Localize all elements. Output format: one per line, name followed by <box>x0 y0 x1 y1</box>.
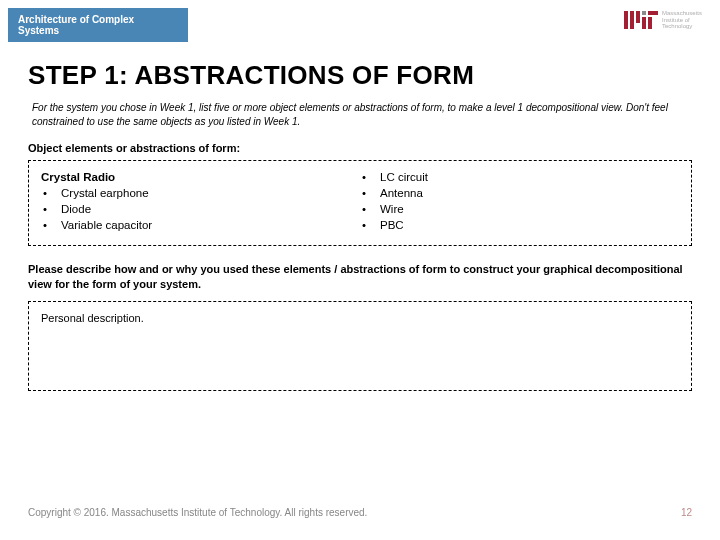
list-item: • Variable capacitor <box>41 219 360 231</box>
bullet-icon: • <box>41 187 61 199</box>
svg-rect-1 <box>630 11 634 29</box>
svg-rect-5 <box>648 11 658 15</box>
elements-left-column: Crystal Radio • Crystal earphone • Diode… <box>41 171 360 235</box>
instruction-text: For the system you chose in Week 1, list… <box>28 101 692 128</box>
elements-box: Crystal Radio • Crystal earphone • Diode… <box>28 160 692 246</box>
system-name: Crystal Radio <box>41 171 360 183</box>
svg-rect-0 <box>624 11 628 29</box>
svg-rect-3 <box>642 17 646 29</box>
list-item: • PBC <box>360 219 679 231</box>
elements-right-column: • LC circuit • Antenna • Wire • PBC <box>360 171 679 235</box>
bullet-icon: • <box>41 219 61 231</box>
describe-prompt: Please describe how and or why you used … <box>28 262 692 293</box>
description-box[interactable]: Personal description. <box>28 301 692 391</box>
course-title: Architecture of Complex Systems <box>18 14 134 36</box>
bullet-icon: • <box>360 219 380 231</box>
svg-rect-2 <box>636 11 640 23</box>
slide-footer: Copyright © 2016. Massachusetts Institut… <box>28 507 692 518</box>
list-item: • Wire <box>360 203 679 215</box>
course-title-bar: Architecture of Complex Systems <box>8 8 188 42</box>
svg-rect-4 <box>642 11 646 15</box>
slide-content: STEP 1: ABSTRACTIONS OF FORM For the sys… <box>28 60 692 407</box>
copyright-text: Copyright © 2016. Massachusetts Institut… <box>28 507 367 518</box>
list-item: • LC circuit <box>360 171 679 183</box>
bullet-icon: • <box>360 171 380 183</box>
list-item: • Crystal earphone <box>41 187 360 199</box>
step-title: STEP 1: ABSTRACTIONS OF FORM <box>28 60 692 91</box>
bullet-icon: • <box>41 203 61 215</box>
page-number: 12 <box>681 507 692 518</box>
bullet-icon: • <box>360 187 380 199</box>
svg-rect-6 <box>648 17 652 29</box>
list-item: • Antenna <box>360 187 679 199</box>
mit-logo: Massachusetts Institute of Technology <box>624 10 702 30</box>
elements-label: Object elements or abstractions of form: <box>28 142 692 154</box>
mit-logo-text: Massachusetts Institute of Technology <box>662 10 702 30</box>
bullet-icon: • <box>360 203 380 215</box>
mit-logo-icon <box>624 11 658 29</box>
description-text: Personal description. <box>41 312 144 324</box>
list-item: • Diode <box>41 203 360 215</box>
